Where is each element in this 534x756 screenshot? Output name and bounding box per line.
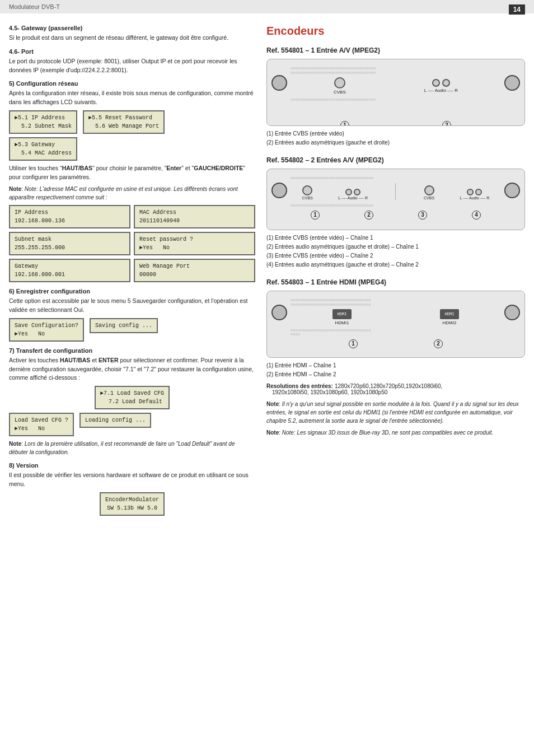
ref2-left-port: [271, 174, 287, 198]
ref2-num-3: 3: [418, 211, 427, 220]
ref2-numbers: 1 2 3 4: [271, 209, 520, 220]
section-8-lcd: EncoderModulator SW 5.13b HW 5.0: [9, 492, 255, 516]
ref3-resolutions: Resolutions des entrées: 1280x720p60,128…: [266, 382, 525, 395]
section-8-text: Il est possible de vérifier les versions…: [9, 471, 255, 489]
lcd-menu-3: ►5.3 Gateway 5.4 MAC Address: [9, 137, 77, 161]
ref1-left-circle: [271, 75, 287, 91]
ref1-num-2: 2: [442, 121, 451, 126]
ref3-hdmi2-label: HDMI2: [443, 320, 457, 325]
ref3-hdmi1-port: HDMI: [332, 309, 352, 319]
lcd-load-1: Load Saved CFG ? ►Yes No: [9, 413, 74, 436]
ref2-audio2-label: L ---- Audio ---- R: [460, 196, 490, 200]
lcd-params-grid: IP Address 192.168.000.136 MAC Address 2…: [9, 205, 255, 282]
ref3-hdmi2-port: HDMI: [440, 309, 459, 319]
section-5-title: 5) Configuration réseau: [9, 80, 255, 87]
ref3-hdmi2-text: HDMI: [445, 312, 455, 316]
ref2-cvbs1: [302, 185, 312, 195]
ref2-audio1-group: L ---- Audio ---- R: [338, 189, 368, 200]
ref1-left-port: [271, 64, 287, 91]
content-area: 4.5- Gateway (passerelle) Si le produit …: [0, 13, 534, 527]
note-mac: Note: Note: L'adresse MAC est configurée…: [9, 185, 255, 202]
ref2-cvbs2: [424, 185, 434, 195]
ref2-num-1: 1: [311, 211, 320, 220]
section-6-lcd: Save Configuration? ►Yes No Saving confi…: [9, 318, 255, 342]
lcd-menus-bottom: ►5.3 Gateway 5.4 MAC Address: [9, 137, 255, 161]
topbar-label: Modulateur DVB-T: [9, 3, 60, 10]
ref3-cap2: (2) Entrée HDMI – Chaîne 2: [266, 370, 525, 379]
ref2-left-circle: [271, 183, 287, 198]
section-4-5-text: Si le produit est dans un segment de rés…: [9, 34, 255, 43]
ref-2: Ref. 554802 – 2 Entrées A/V (MPEG2) ○○○○…: [266, 156, 525, 269]
ref1-numbers: 1 2: [271, 121, 520, 126]
ref3-res-values: 1280x720p60,1280x720p50,1920x1080i60,: [335, 383, 442, 389]
ref-3-captions: (1) Entrée HDMI – Chaîne 1 (2) Entrée HD…: [266, 361, 525, 379]
lcd-param-subnet: Subnet mask 255.255.255.000: [9, 232, 130, 255]
ref3-hdmi2-group: HDMI HDMI2: [440, 309, 459, 325]
ref-2-title: Ref. 554802 – 2 Entrées A/V (MPEG2): [266, 156, 525, 164]
page-wrapper: Modulateur DVB-T 14 4.5- Gateway (passer…: [0, 0, 534, 756]
ref1-audio-group: L ---- Audio ---- R: [424, 79, 458, 93]
ref2-right-port: [504, 174, 520, 198]
lcd-menu-1: ►5.1 IP Address 5.2 Subnet Mask: [9, 110, 77, 134]
ref2-cvbs2-group: CVBS: [424, 185, 434, 200]
ref2-cap1: (1) Entrée CVBS (entrée vidéo) – Chaîne …: [266, 234, 525, 242]
ref-1-device: ○○○○○○○○○○○○○○○○○○○○○○○○○○○○○○○○○○○○ ○○○…: [266, 59, 525, 126]
ref2-right-circle: [504, 183, 520, 198]
ref3-hdmi1-label: HDMI1: [335, 320, 349, 325]
lcd-save-2: Saving config ...: [90, 318, 158, 333]
ref2-cvbs2-label: CVBS: [424, 196, 434, 200]
ref1-audio-label: L ---- Audio ---- R: [424, 88, 458, 93]
lcd-param-reset: Reset password ? ►Yes No: [134, 232, 255, 255]
section-7-title: 7) Transfert de configuration: [9, 347, 255, 354]
lcd-version: EncoderModulator SW 5.13b HW 5.0: [100, 492, 165, 516]
ref3-num-1: 1: [349, 339, 358, 348]
ref1-cap2: (2) Entrées audio asymétriques (gauche e…: [266, 138, 525, 147]
ref1-audio-l: [432, 79, 440, 87]
ref3-note2: Note: Note: Les signaux 3D issus de Blue…: [266, 428, 525, 437]
ref3-num-2: 2: [434, 339, 443, 348]
lcd-load-2: Loading config ...: [79, 413, 151, 428]
top-bar: Modulateur DVB-T: [0, 0, 534, 13]
ref1-right-port: [504, 64, 520, 91]
left-column: 4.5- Gateway (passerelle) Si le produit …: [9, 25, 255, 516]
ref1-dots: ○○○○○○○○○○○○○○○○○○○○○○○○○○○○○○○○○○○○ ○○○…: [287, 64, 504, 104]
ref1-num-1: 1: [340, 121, 349, 126]
ref3-cap1: (1) Entrée HDMI – Chaîne 1: [266, 361, 525, 370]
note-load-default: Note: Lors de la première utilisation, i…: [9, 440, 255, 456]
lcd-param-mac: MAC Address 201110140940: [134, 205, 255, 228]
ref-1: Ref. 554801 – 1 Entrée A/V (MPEG2) ○○○○○…: [266, 46, 525, 147]
lcd-load-menu: ►7.1 Load Saved CFG 7.2 Load Default: [95, 386, 170, 409]
ref3-hdmi1-group: HDMI HDMI1: [332, 309, 352, 325]
lcd-param-gateway: Gateway 192.168.000.001: [9, 259, 130, 282]
ref2-num-4: 4: [472, 211, 481, 220]
ref3-right-circle: [504, 305, 520, 320]
section-4-6: 4.6- Port Le port du protocole UDP (exem…: [9, 48, 255, 75]
ref1-audio-r: [442, 79, 450, 87]
ref2-cap2: (2) Entrées audio asymétriques (gauche e…: [266, 242, 525, 251]
section-6: 6) Enregistrer configuration Cette optio…: [9, 288, 255, 342]
section-7: 7) Transfert de configuration Activer le…: [9, 347, 255, 456]
section-8-title: 8) Version: [9, 462, 255, 469]
section-4-5: 4.5- Gateway (passerelle) Si le produit …: [9, 25, 255, 43]
ref-2-device: ○○○○○○○○○○○○○○○○○○○○○○○○○○○○○○○○○○○ CVBS: [266, 169, 525, 230]
section-6-title: 6) Enregistrer configuration: [9, 288, 255, 295]
section-7-lcd: Load Saved CFG ? ►Yes No Loading config …: [9, 413, 255, 436]
lcd-menus-top: ►5.1 IP Address 5.2 Subnet Mask ►5.5 Res…: [9, 110, 255, 134]
ref2-cvbs1-group: CVBS: [302, 185, 313, 200]
section-4-5-title: 4.5- Gateway (passerelle): [9, 25, 255, 31]
ref2-cvbs1-label: CVBS: [302, 196, 313, 200]
right-column: Encodeurs Ref. 554801 – 1 Entrée A/V (MP…: [266, 25, 525, 516]
ref-3: Ref. 554803 – 1 Entrée HDMI (MPEG4) ○○○○…: [266, 278, 525, 437]
ref3-note1: Note: Il n'y a qu'un seul signal possibl…: [266, 400, 525, 425]
page-number: 14: [509, 4, 525, 15]
ref2-cap3: (3) Entrée CVBS (entrée vidéo) – Chaîne …: [266, 251, 525, 260]
section-7-text: Activer les touches HAUT/BAS et ENTER po…: [9, 356, 255, 382]
ref2-audio2-group: L ---- Audio ---- R: [460, 189, 490, 200]
lcd-param-ip: IP Address 192.168.000.136: [9, 205, 130, 228]
ref2-num-2: 2: [364, 211, 373, 220]
ref1-cvbs-label: CVBS: [334, 90, 346, 95]
ref-3-device: ○○○○○○○○○○○○○○○○○○○○○○○○○○○○○○○○○○ ○○○○○…: [266, 291, 525, 358]
encodeurs-title: Encodeurs: [266, 25, 525, 38]
lcd-menu-2: ►5.5 Reset Password 5.6 Web Manage Port: [83, 110, 165, 134]
ref3-left-port: [271, 296, 287, 320]
